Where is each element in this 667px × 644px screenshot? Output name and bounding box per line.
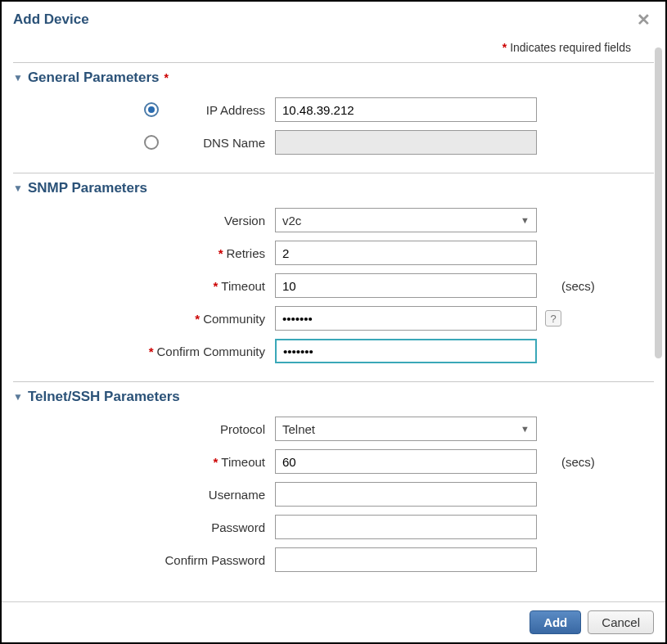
dialog-title: Add Device <box>13 11 89 28</box>
label-confirm-password: Confirm Password <box>13 553 275 567</box>
username-input[interactable] <box>275 482 537 507</box>
close-icon[interactable]: ✕ <box>633 10 654 29</box>
row-timeout-telnet: * Timeout (secs) <box>13 449 654 474</box>
row-retries: * Retries <box>13 241 654 265</box>
radio-ip-address[interactable] <box>144 102 159 117</box>
dns-name-input <box>275 130 537 155</box>
version-value: v2c <box>282 214 301 227</box>
timeout-snmp-input[interactable] <box>275 273 537 298</box>
label-ip-address: IP Address <box>13 102 275 117</box>
section-title-telnet: Telnet/SSH Parameters <box>28 389 180 405</box>
row-ip-address: IP Address <box>13 97 654 122</box>
timeout-snmp-suffix: (secs) <box>561 279 595 293</box>
add-device-dialog: Add Device ✕ * Indicates required fields… <box>0 0 667 644</box>
section-header-snmp[interactable]: ▼ SNMP Parameters <box>13 180 654 200</box>
required-star-icon: * <box>214 455 219 469</box>
label-protocol: Protocol <box>13 422 275 436</box>
retries-input[interactable] <box>275 241 537 265</box>
label-username: Username <box>13 488 275 502</box>
section-general: ▼ General Parameters * IP Address DNS Na… <box>13 62 654 173</box>
row-confirm-community: * Confirm Community <box>13 339 654 363</box>
row-dns-name: DNS Name <box>13 130 654 155</box>
row-password: Password <box>13 515 654 539</box>
section-header-general[interactable]: ▼ General Parameters * <box>13 70 654 89</box>
label-confirm-community: * Confirm Community <box>13 345 275 358</box>
required-note: * Indicates required fields <box>13 36 654 62</box>
chevron-down-icon: ▼ <box>13 391 23 403</box>
label-ip-address-text: IP Address <box>169 103 265 117</box>
scrollbar-thumb[interactable] <box>655 47 662 358</box>
required-star-icon: * <box>149 345 154 358</box>
radio-dns-name[interactable] <box>144 135 159 150</box>
timeout-telnet-suffix: (secs) <box>561 455 595 469</box>
password-input[interactable] <box>275 515 537 539</box>
row-username: Username <box>13 482 654 507</box>
chevron-down-icon: ▼ <box>13 72 23 83</box>
label-dns-name: DNS Name <box>13 135 275 150</box>
required-star-icon: * <box>195 312 200 326</box>
required-star-icon: * <box>164 71 169 84</box>
timeout-telnet-input[interactable] <box>275 449 537 474</box>
label-version: Version <box>13 214 275 227</box>
dialog-footer: Add Cancel <box>2 601 665 642</box>
community-input[interactable] <box>275 306 537 331</box>
section-title-snmp: SNMP Parameters <box>28 180 147 196</box>
protocol-value: Telnet <box>282 422 315 436</box>
required-star-icon: * <box>219 246 223 260</box>
section-snmp: ▼ SNMP Parameters Version v2c ▼ * Retrie… <box>13 173 654 381</box>
row-protocol: Protocol Telnet ▼ <box>13 417 654 441</box>
section-title-general: General Parameters <box>28 70 160 86</box>
label-community: * Community <box>13 312 275 326</box>
radio-dot-icon <box>148 106 155 113</box>
confirm-community-input[interactable] <box>275 339 537 363</box>
version-select[interactable]: v2c ▼ <box>275 208 537 232</box>
chevron-down-icon: ▼ <box>13 182 23 194</box>
required-note-text: Indicates required fields <box>510 41 631 54</box>
section-telnet: ▼ Telnet/SSH Parameters Protocol Telnet … <box>13 381 654 590</box>
help-icon[interactable]: ? <box>545 310 561 327</box>
row-timeout-snmp: * Timeout (secs) <box>13 273 654 298</box>
row-community: * Community ? <box>13 306 654 331</box>
protocol-select[interactable]: Telnet ▼ <box>275 417 537 441</box>
label-timeout-telnet: * Timeout <box>13 455 275 469</box>
label-password: Password <box>13 520 275 534</box>
dialog-body[interactable]: * Indicates required fields ▼ General Pa… <box>2 36 665 601</box>
add-button[interactable]: Add <box>530 610 581 634</box>
row-version: Version v2c ▼ <box>13 208 654 232</box>
label-dns-name-text: DNS Name <box>169 136 265 150</box>
cancel-button[interactable]: Cancel <box>588 610 654 634</box>
label-retries: * Retries <box>13 246 275 260</box>
chevron-down-icon: ▼ <box>521 424 530 434</box>
confirm-password-input[interactable] <box>275 547 537 572</box>
dialog-header: Add Device ✕ <box>2 2 665 36</box>
required-star-icon: * <box>214 279 219 293</box>
section-header-telnet[interactable]: ▼ Telnet/SSH Parameters <box>13 389 654 408</box>
chevron-down-icon: ▼ <box>521 215 530 225</box>
ip-address-input[interactable] <box>275 97 537 122</box>
label-timeout-snmp: * Timeout <box>13 279 275 293</box>
row-confirm-password: Confirm Password <box>13 547 654 572</box>
required-star-icon: * <box>503 41 507 54</box>
